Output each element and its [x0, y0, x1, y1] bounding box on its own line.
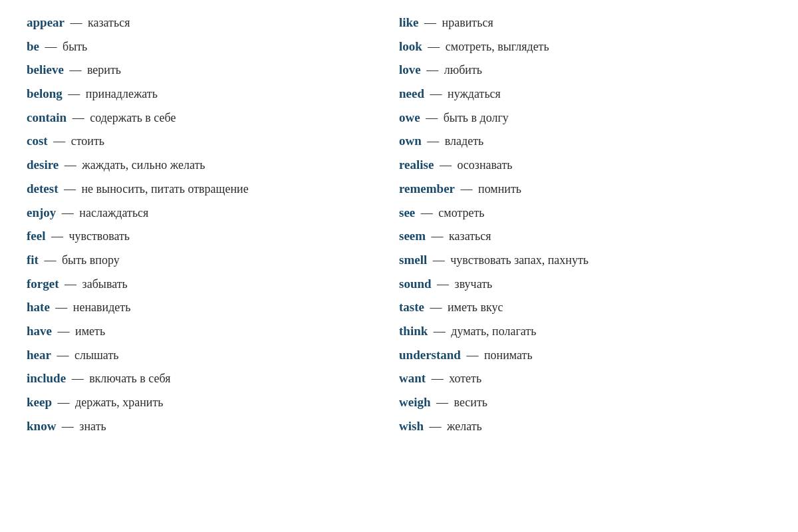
separator: —	[430, 325, 448, 338]
english-word: enjoy	[27, 205, 56, 219]
vocab-item: feel — чувствовать	[27, 224, 399, 248]
vocab-item: enjoy — наслаждаться	[27, 201, 399, 225]
english-word: be	[27, 39, 39, 53]
english-word: include	[27, 371, 66, 385]
english-word: hear	[27, 348, 51, 362]
russian-translation: быть впору	[62, 253, 120, 267]
english-word: understand	[399, 348, 461, 362]
separator: —	[427, 301, 445, 314]
english-word: have	[27, 324, 52, 338]
separator: —	[68, 372, 86, 385]
russian-translation: думать, полагать	[451, 325, 536, 338]
separator: —	[434, 396, 452, 409]
russian-translation: ненавидеть	[73, 301, 131, 314]
vocab-item: keep — держать, хранить	[27, 390, 399, 414]
russian-translation: осознавать	[457, 158, 512, 172]
russian-translation: знать	[79, 420, 106, 433]
vocab-item: include — включать в себя	[27, 366, 399, 390]
russian-translation: забывать	[82, 277, 128, 291]
russian-translation: казаться	[449, 229, 491, 243]
english-word: appear	[27, 15, 65, 29]
english-word: contain	[27, 110, 66, 124]
separator: —	[458, 182, 475, 196]
russian-translation: быть	[63, 40, 87, 53]
english-word: like	[399, 15, 419, 29]
separator: —	[54, 348, 72, 362]
russian-translation: весить	[454, 396, 488, 409]
separator: —	[428, 229, 446, 243]
separator: —	[424, 63, 442, 76]
russian-translation: иметь	[75, 325, 105, 338]
russian-translation: хотеть	[449, 372, 481, 385]
russian-translation: жаждать, сильно желать	[82, 158, 205, 172]
english-word: weigh	[399, 395, 431, 409]
vocab-item: own — владеть	[399, 129, 771, 153]
russian-translation: казаться	[88, 16, 130, 29]
russian-translation: держать, хранить	[75, 396, 164, 409]
separator: —	[41, 253, 59, 267]
vocab-item: like — нравиться	[399, 11, 771, 35]
english-word: desire	[27, 158, 59, 172]
separator: —	[59, 206, 76, 219]
separator: —	[69, 111, 87, 124]
english-word: think	[399, 324, 428, 338]
russian-translation: помнить	[478, 182, 521, 196]
column-left: appear — казатьсяbe — бытьbelieve — вери…	[27, 11, 399, 438]
vocab-item: hear — слышать	[27, 343, 399, 367]
russian-translation: понимать	[484, 348, 533, 362]
vocab-item: cost — стоить	[27, 129, 399, 153]
vocab-item: understand — понимать	[399, 343, 771, 367]
separator: —	[428, 372, 446, 385]
english-word: seem	[399, 229, 426, 243]
english-word: want	[399, 371, 426, 385]
english-word: remember	[399, 182, 455, 196]
vocab-item: sound — звучать	[399, 272, 771, 296]
vocab-item: owe — быть в долгу	[399, 106, 771, 130]
vocab-item: need — нуждаться	[399, 82, 771, 106]
separator: —	[436, 158, 454, 172]
separator: —	[430, 253, 448, 267]
vocabulary-list: appear — казатьсяbe — бытьbelieve — вери…	[27, 11, 771, 438]
russian-translation: чувствовать запах, пахнуть	[450, 253, 589, 267]
russian-translation: чувствовать	[68, 229, 130, 243]
russian-translation: смотреть	[438, 206, 484, 219]
separator: —	[62, 277, 80, 291]
separator: —	[464, 348, 481, 362]
vocab-item: forget — забывать	[27, 272, 399, 296]
separator: —	[42, 40, 60, 53]
vocab-item: want — хотеть	[399, 366, 771, 390]
english-word: need	[399, 86, 424, 100]
english-word: sound	[399, 277, 432, 291]
russian-translation: слышать	[74, 348, 119, 362]
separator: —	[55, 396, 72, 409]
english-word: know	[27, 419, 56, 433]
separator: —	[424, 134, 442, 148]
separator: —	[422, 16, 440, 29]
separator: —	[66, 63, 84, 76]
separator: —	[425, 40, 443, 53]
russian-translation: нуждаться	[448, 87, 501, 100]
vocab-item: hate — ненавидеть	[27, 295, 399, 319]
english-word: fit	[27, 253, 39, 267]
russian-translation: смотреть, выглядеть	[446, 40, 549, 53]
separator: —	[51, 134, 68, 148]
english-word: taste	[399, 300, 424, 314]
separator: —	[59, 420, 76, 433]
russian-translation: желать	[447, 420, 482, 433]
vocab-item: wish — желать	[399, 414, 771, 438]
vocab-item: belong — принадлежать	[27, 82, 399, 106]
english-word: owe	[399, 110, 420, 124]
vocab-item: taste — иметь вкус	[399, 295, 771, 319]
separator: —	[53, 301, 70, 314]
russian-translation: нравиться	[442, 16, 493, 29]
separator: —	[55, 325, 72, 338]
russian-translation: владеть	[445, 134, 483, 148]
english-word: see	[399, 205, 415, 219]
separator: —	[61, 158, 79, 172]
russian-translation: звучать	[455, 277, 493, 291]
english-word: smell	[399, 253, 427, 267]
separator: —	[423, 111, 441, 124]
separator: —	[65, 87, 83, 100]
separator: —	[434, 277, 452, 291]
vocab-item: contain — содержать в себе	[27, 106, 399, 130]
